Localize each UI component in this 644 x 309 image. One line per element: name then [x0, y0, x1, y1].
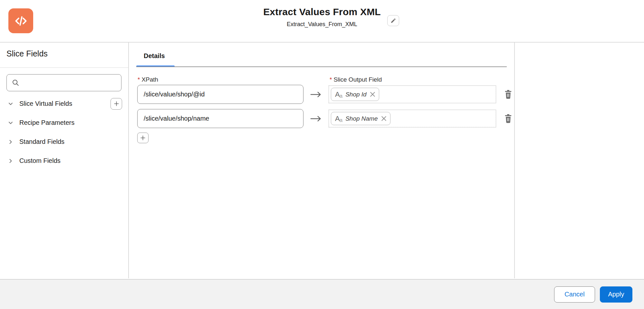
chevron-down-icon: [8, 120, 14, 126]
sidebar-item-recipe-parameters[interactable]: Recipe Parameters: [0, 113, 128, 132]
xpath-input[interactable]: [137, 85, 303, 104]
sidebar-item-label: Recipe Parameters: [19, 119, 74, 126]
add-virtual-field-button[interactable]: [111, 98, 122, 110]
remove-field-icon[interactable]: [381, 116, 386, 121]
output-field-dropzone[interactable]: Aa Shop Id: [329, 85, 496, 103]
pencil-icon: [390, 18, 396, 24]
sidebar-field-groups: Slice Virtual Fields Recipe Parameters S…: [0, 94, 128, 170]
cancel-button[interactable]: Cancel: [554, 286, 595, 303]
output-field-name: Shop Name: [345, 115, 378, 122]
search-icon: [12, 79, 19, 86]
chevron-right-icon: [8, 158, 14, 164]
sidebar: Slice Fields Slice Virtual Fields: [0, 43, 129, 278]
data-transform-editor: Extract Values From XML Extract_Values_F…: [0, 0, 644, 309]
delete-row-button[interactable]: [502, 88, 514, 101]
delete-row-button[interactable]: [502, 112, 514, 125]
plus-icon: [114, 101, 119, 106]
arrow-right-icon: [310, 115, 322, 123]
remove-field-icon[interactable]: [370, 92, 375, 97]
apply-button[interactable]: Apply: [600, 286, 632, 303]
mapping-row: Aa Shop Name: [137, 109, 514, 128]
required-asterisk: *: [138, 76, 140, 83]
sidebar-item-slice-virtual-fields[interactable]: Slice Virtual Fields: [0, 94, 128, 113]
sidebar-title: Slice Fields: [6, 49, 48, 58]
footer-bar: Cancel Apply: [0, 279, 644, 309]
right-panel: [515, 43, 644, 278]
mapping-row: Aa Shop Id: [137, 85, 514, 104]
sidebar-divider: [0, 67, 128, 68]
search-input[interactable]: [19, 75, 121, 91]
header: Extract Values From XML Extract_Values_F…: [0, 0, 644, 43]
output-field-name: Shop Id: [345, 91, 367, 98]
page-title: Extract Values From XML: [0, 6, 644, 17]
chevron-down-icon: [8, 101, 14, 107]
tab-details[interactable]: Details: [144, 52, 165, 60]
chevron-right-icon: [8, 139, 14, 145]
output-column-label: *Slice Output Field: [330, 76, 382, 83]
trash-icon: [504, 89, 513, 99]
sidebar-item-custom-fields[interactable]: Custom Fields: [0, 151, 128, 170]
sidebar-item-standard-fields[interactable]: Standard Fields: [0, 132, 128, 151]
details-panel: Details *XPath *Slice Output Field Aa Sh…: [130, 43, 515, 278]
title-block: Extract Values From XML Extract_Values_F…: [0, 6, 644, 28]
page-subtitle: Extract_Values_From_XML: [0, 21, 644, 28]
text-type-icon: Aa: [335, 115, 342, 122]
xpath-input[interactable]: [137, 109, 303, 128]
edit-title-button[interactable]: [387, 15, 399, 26]
search-box: [6, 74, 121, 91]
output-field-dropzone[interactable]: Aa Shop Name: [329, 110, 496, 127]
add-row-button[interactable]: [137, 133, 149, 143]
sidebar-item-label: Custom Fields: [19, 157, 61, 164]
required-asterisk: *: [330, 76, 332, 83]
tab-divider-line: [136, 66, 507, 67]
output-field-pill[interactable]: Aa Shop Name: [331, 112, 390, 125]
trash-icon: [504, 114, 513, 124]
sidebar-item-label: Standard Fields: [19, 138, 64, 145]
text-type-icon: Aa: [335, 91, 342, 98]
output-field-pill[interactable]: Aa Shop Id: [331, 88, 379, 101]
xpath-column-label: *XPath: [138, 76, 158, 83]
plus-icon: [140, 135, 146, 141]
arrow-right-icon: [310, 90, 322, 99]
sidebar-item-label: Slice Virtual Fields: [19, 100, 72, 107]
